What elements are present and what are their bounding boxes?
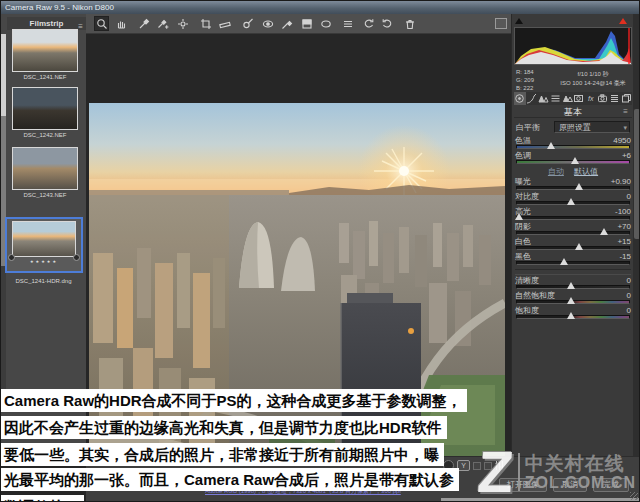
adjustment-brush-tool-icon[interactable]	[279, 16, 294, 31]
thumbnail-filename: DSC_1241.NEF	[10, 74, 80, 80]
thumbnail-item[interactable]: DSC_1242.NEF	[10, 87, 80, 138]
slider-temperature[interactable]: 色温4950	[515, 136, 631, 151]
tab-camera-calibration[interactable]	[597, 92, 609, 105]
slider-label: 阴影	[515, 222, 531, 231]
slider-thumb[interactable]	[567, 297, 575, 304]
panel-scrollbar[interactable]	[633, 14, 640, 456]
slider-track[interactable]	[516, 261, 630, 265]
preferences-tool-icon[interactable]	[340, 16, 355, 31]
slider-tint[interactable]: 色调+6	[515, 151, 631, 166]
thumbnail-image[interactable]	[12, 87, 78, 130]
slider-track[interactable]	[516, 285, 630, 289]
slider-value: +0.90	[611, 177, 631, 186]
thumbnail-item-selected[interactable]: ★★★★★	[5, 217, 83, 273]
highlight-clipping-toggle-icon[interactable]	[619, 18, 627, 24]
delete-tool-icon[interactable]	[402, 16, 417, 31]
slider-label: 色调	[515, 151, 531, 160]
shadow-clipping-toggle-icon[interactable]	[515, 18, 523, 24]
color-sampler-tool-icon[interactable]	[155, 16, 170, 31]
title-bar[interactable]: Camera Raw 9.5 - Nikon D800	[1, 1, 640, 14]
tab-detail[interactable]	[538, 92, 550, 105]
rotate-right-tool-icon[interactable]	[379, 16, 394, 31]
thumbnail-image[interactable]	[12, 147, 78, 190]
tab-hsl-grayscale[interactable]	[549, 92, 561, 105]
slider-contrast[interactable]: 对比度0	[515, 192, 631, 207]
slider-thumb[interactable]	[567, 312, 575, 319]
slider-track[interactable]	[516, 315, 630, 319]
full-screen-toggle-icon[interactable]	[495, 18, 507, 29]
tab-effects[interactable]: fx	[585, 92, 597, 105]
white-balance-dropdown[interactable]: 原照设置 ▾	[554, 121, 630, 133]
slider-track[interactable]	[516, 246, 630, 250]
thumbnail-filename: DSC_1243.NEF	[10, 192, 80, 198]
slider-thumb[interactable]	[547, 142, 555, 149]
spot-removal-tool-icon[interactable]	[240, 16, 255, 31]
slider-track[interactable]	[516, 186, 630, 190]
slider-track[interactable]	[516, 231, 630, 235]
slider-label: 曝光	[515, 177, 531, 186]
tab-split-toning[interactable]	[561, 92, 573, 105]
thumbnail-item[interactable]: DSC_1241.NEF	[10, 29, 80, 80]
slider-shadows[interactable]: 阴影+70	[515, 222, 631, 237]
thumbnail-item[interactable]: DSC_1243.NEF	[10, 147, 80, 198]
slider-saturation[interactable]: 饱和度0	[515, 306, 631, 321]
panel-tabs: fx	[514, 92, 632, 105]
slider-thumb[interactable]	[515, 213, 523, 220]
panel-divider	[515, 269, 631, 275]
radial-filter-tool-icon[interactable]	[318, 16, 333, 31]
slider-track[interactable]	[516, 160, 630, 164]
white-balance-tool-icon[interactable]	[136, 16, 151, 31]
slider-track[interactable]	[516, 300, 630, 304]
slider-track[interactable]	[516, 145, 630, 149]
slider-thumb[interactable]	[575, 243, 583, 250]
red-eye-tool-icon[interactable]	[260, 16, 275, 31]
slider-value: 0	[627, 276, 631, 285]
slider-blacks[interactable]: 黑色-15	[515, 252, 631, 267]
slider-thumb[interactable]	[600, 228, 608, 235]
panel-menu-icon[interactable]: ≡	[623, 106, 628, 118]
window-bottom-edge	[441, 498, 640, 502]
caption-line: Camera Raw的HDR合成不同于PS的，这种合成更多基于参数调整，	[1, 389, 467, 412]
slider-thumb[interactable]	[571, 157, 579, 164]
targeted-adjustment-tool-icon[interactable]	[175, 16, 190, 31]
slider-clarity[interactable]: 清晰度0	[515, 276, 631, 291]
graduated-filter-tool-icon[interactable]	[299, 16, 314, 31]
thumbnail-filename: DSC_1241-HDR.dng	[1, 278, 86, 284]
default-link[interactable]: 默认值	[574, 167, 598, 176]
thumbnail-image[interactable]	[12, 29, 78, 72]
zoom-tool-icon[interactable]	[94, 16, 109, 31]
filmstrip-scrollbar-thumb[interactable]	[1, 34, 6, 116]
slider-value: 4950	[613, 136, 631, 145]
slider-thumb[interactable]	[560, 258, 568, 265]
slider-exposure[interactable]: 曝光+0.90	[515, 177, 631, 192]
slider-value: 0	[627, 192, 631, 201]
white-balance-row: 白平衡 原照设置 ▾	[516, 121, 630, 134]
caption-line: 数调整的。	[1, 495, 84, 502]
slider-vibrance[interactable]: 自然饱和度0	[515, 291, 631, 306]
caption-line: 因此不会产生过重的边缘高光和失真，但是调节力度也比HDR软件	[1, 416, 447, 439]
tab-presets[interactable]	[608, 92, 620, 105]
thumbnail-filename: DSC_1242.NEF	[10, 132, 80, 138]
slider-thumb[interactable]	[567, 282, 575, 289]
slider-label: 对比度	[515, 192, 539, 201]
tab-tone-curve[interactable]	[526, 92, 538, 105]
slider-thumb[interactable]	[575, 183, 583, 190]
slider-track[interactable]	[516, 216, 630, 220]
slider-whites[interactable]: 白色+15	[515, 237, 631, 252]
panel-scrollbar-thumb[interactable]	[634, 109, 640, 239]
tab-lens-corrections[interactable]	[573, 92, 585, 105]
rating-stars[interactable]: ★★★★★	[7, 259, 81, 264]
tab-snapshots[interactable]	[620, 92, 632, 105]
caption-line: 光最平均的那一张。而且，Camera Raw合成后，照片是带有默认参	[1, 468, 459, 491]
straighten-tool-icon[interactable]	[217, 16, 232, 31]
auto-link[interactable]: 自动	[548, 167, 564, 176]
slider-highlights[interactable]: 高光-100	[515, 207, 631, 222]
caption-line: 要低一些。其实，合成后的照片，非常接近于所有前期照片中，曝	[1, 443, 444, 466]
slider-track[interactable]	[516, 201, 630, 205]
tab-basic[interactable]	[514, 92, 526, 105]
thumbnail-image[interactable]	[12, 221, 76, 257]
slider-thumb[interactable]	[567, 198, 575, 205]
crop-tool-icon[interactable]	[198, 16, 213, 31]
rotate-left-tool-icon[interactable]	[361, 16, 376, 31]
hand-tool-icon[interactable]	[113, 16, 128, 31]
